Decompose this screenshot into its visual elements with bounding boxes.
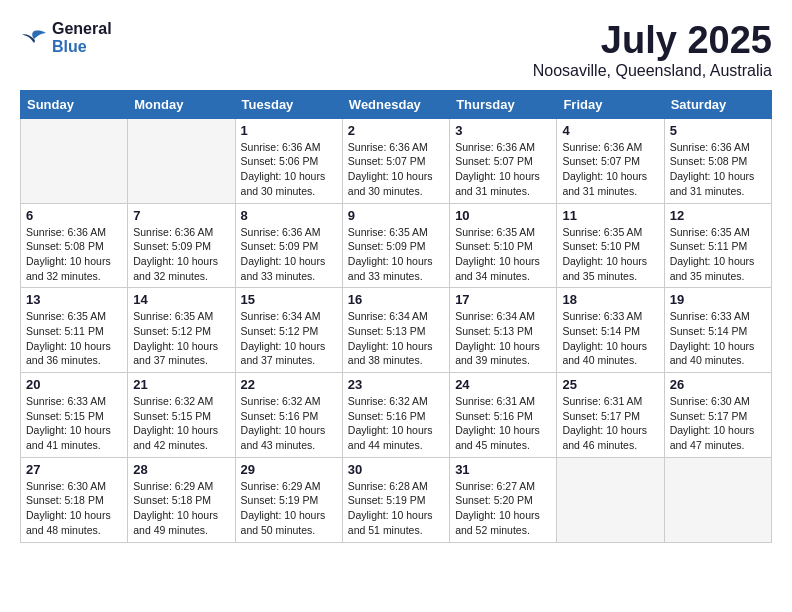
subtitle: Noosaville, Queensland, Australia [533, 62, 772, 80]
day-number: 16 [348, 292, 444, 307]
week-row-5: 27Sunrise: 6:30 AM Sunset: 5:18 PM Dayli… [21, 457, 772, 542]
day-info: Sunrise: 6:34 AM Sunset: 5:13 PM Dayligh… [348, 309, 444, 368]
day-info: Sunrise: 6:36 AM Sunset: 5:08 PM Dayligh… [670, 140, 766, 199]
logo-bird-icon [20, 27, 48, 49]
calendar-cell: 2Sunrise: 6:36 AM Sunset: 5:07 PM Daylig… [342, 118, 449, 203]
calendar-cell: 29Sunrise: 6:29 AM Sunset: 5:19 PM Dayli… [235, 457, 342, 542]
logo: General Blue [20, 20, 112, 55]
calendar-cell: 18Sunrise: 6:33 AM Sunset: 5:14 PM Dayli… [557, 288, 664, 373]
day-number: 15 [241, 292, 337, 307]
calendar-cell: 15Sunrise: 6:34 AM Sunset: 5:12 PM Dayli… [235, 288, 342, 373]
day-number: 24 [455, 377, 551, 392]
calendar-cell: 25Sunrise: 6:31 AM Sunset: 5:17 PM Dayli… [557, 373, 664, 458]
calendar-cell: 16Sunrise: 6:34 AM Sunset: 5:13 PM Dayli… [342, 288, 449, 373]
day-info: Sunrise: 6:36 AM Sunset: 5:07 PM Dayligh… [348, 140, 444, 199]
weekday-header-wednesday: Wednesday [342, 90, 449, 118]
calendar-table: SundayMondayTuesdayWednesdayThursdayFrid… [20, 90, 772, 543]
day-info: Sunrise: 6:36 AM Sunset: 5:09 PM Dayligh… [133, 225, 229, 284]
day-number: 26 [670, 377, 766, 392]
day-number: 10 [455, 208, 551, 223]
day-info: Sunrise: 6:27 AM Sunset: 5:20 PM Dayligh… [455, 479, 551, 538]
title-block: July 2025 Noosaville, Queensland, Austra… [533, 20, 772, 80]
day-info: Sunrise: 6:36 AM Sunset: 5:07 PM Dayligh… [562, 140, 658, 199]
week-row-4: 20Sunrise: 6:33 AM Sunset: 5:15 PM Dayli… [21, 373, 772, 458]
day-info: Sunrise: 6:33 AM Sunset: 5:14 PM Dayligh… [562, 309, 658, 368]
calendar-cell: 26Sunrise: 6:30 AM Sunset: 5:17 PM Dayli… [664, 373, 771, 458]
day-number: 28 [133, 462, 229, 477]
week-row-1: 1Sunrise: 6:36 AM Sunset: 5:06 PM Daylig… [21, 118, 772, 203]
day-number: 3 [455, 123, 551, 138]
day-info: Sunrise: 6:35 AM Sunset: 5:10 PM Dayligh… [455, 225, 551, 284]
calendar-cell: 9Sunrise: 6:35 AM Sunset: 5:09 PM Daylig… [342, 203, 449, 288]
day-info: Sunrise: 6:36 AM Sunset: 5:06 PM Dayligh… [241, 140, 337, 199]
day-info: Sunrise: 6:35 AM Sunset: 5:12 PM Dayligh… [133, 309, 229, 368]
calendar-cell: 10Sunrise: 6:35 AM Sunset: 5:10 PM Dayli… [450, 203, 557, 288]
calendar-cell [128, 118, 235, 203]
day-number: 27 [26, 462, 122, 477]
calendar-cell: 20Sunrise: 6:33 AM Sunset: 5:15 PM Dayli… [21, 373, 128, 458]
calendar-cell: 30Sunrise: 6:28 AM Sunset: 5:19 PM Dayli… [342, 457, 449, 542]
weekday-header-saturday: Saturday [664, 90, 771, 118]
weekday-header-friday: Friday [557, 90, 664, 118]
day-info: Sunrise: 6:35 AM Sunset: 5:11 PM Dayligh… [26, 309, 122, 368]
day-info: Sunrise: 6:33 AM Sunset: 5:14 PM Dayligh… [670, 309, 766, 368]
day-info: Sunrise: 6:32 AM Sunset: 5:15 PM Dayligh… [133, 394, 229, 453]
day-number: 7 [133, 208, 229, 223]
weekday-header-monday: Monday [128, 90, 235, 118]
weekday-header-tuesday: Tuesday [235, 90, 342, 118]
day-info: Sunrise: 6:30 AM Sunset: 5:18 PM Dayligh… [26, 479, 122, 538]
calendar-cell: 6Sunrise: 6:36 AM Sunset: 5:08 PM Daylig… [21, 203, 128, 288]
calendar-cell: 31Sunrise: 6:27 AM Sunset: 5:20 PM Dayli… [450, 457, 557, 542]
weekday-header-sunday: Sunday [21, 90, 128, 118]
calendar-cell: 3Sunrise: 6:36 AM Sunset: 5:07 PM Daylig… [450, 118, 557, 203]
calendar-cell: 11Sunrise: 6:35 AM Sunset: 5:10 PM Dayli… [557, 203, 664, 288]
page-header: General Blue July 2025 Noosaville, Queen… [20, 20, 772, 80]
day-info: Sunrise: 6:33 AM Sunset: 5:15 PM Dayligh… [26, 394, 122, 453]
day-number: 20 [26, 377, 122, 392]
day-number: 19 [670, 292, 766, 307]
day-number: 5 [670, 123, 766, 138]
day-number: 13 [26, 292, 122, 307]
day-number: 1 [241, 123, 337, 138]
day-info: Sunrise: 6:30 AM Sunset: 5:17 PM Dayligh… [670, 394, 766, 453]
week-row-3: 13Sunrise: 6:35 AM Sunset: 5:11 PM Dayli… [21, 288, 772, 373]
day-number: 22 [241, 377, 337, 392]
calendar-cell: 27Sunrise: 6:30 AM Sunset: 5:18 PM Dayli… [21, 457, 128, 542]
calendar-cell: 8Sunrise: 6:36 AM Sunset: 5:09 PM Daylig… [235, 203, 342, 288]
calendar-cell: 12Sunrise: 6:35 AM Sunset: 5:11 PM Dayli… [664, 203, 771, 288]
calendar-cell: 24Sunrise: 6:31 AM Sunset: 5:16 PM Dayli… [450, 373, 557, 458]
calendar-cell: 23Sunrise: 6:32 AM Sunset: 5:16 PM Dayli… [342, 373, 449, 458]
weekday-header-thursday: Thursday [450, 90, 557, 118]
day-info: Sunrise: 6:35 AM Sunset: 5:09 PM Dayligh… [348, 225, 444, 284]
day-info: Sunrise: 6:29 AM Sunset: 5:19 PM Dayligh… [241, 479, 337, 538]
calendar-cell: 4Sunrise: 6:36 AM Sunset: 5:07 PM Daylig… [557, 118, 664, 203]
calendar-cell: 28Sunrise: 6:29 AM Sunset: 5:18 PM Dayli… [128, 457, 235, 542]
calendar-cell: 7Sunrise: 6:36 AM Sunset: 5:09 PM Daylig… [128, 203, 235, 288]
main-title: July 2025 [533, 20, 772, 62]
day-number: 6 [26, 208, 122, 223]
calendar-cell: 1Sunrise: 6:36 AM Sunset: 5:06 PM Daylig… [235, 118, 342, 203]
day-info: Sunrise: 6:34 AM Sunset: 5:12 PM Dayligh… [241, 309, 337, 368]
calendar-cell: 17Sunrise: 6:34 AM Sunset: 5:13 PM Dayli… [450, 288, 557, 373]
calendar-cell [664, 457, 771, 542]
day-info: Sunrise: 6:31 AM Sunset: 5:16 PM Dayligh… [455, 394, 551, 453]
day-number: 18 [562, 292, 658, 307]
day-number: 23 [348, 377, 444, 392]
calendar-cell: 14Sunrise: 6:35 AM Sunset: 5:12 PM Dayli… [128, 288, 235, 373]
day-info: Sunrise: 6:35 AM Sunset: 5:10 PM Dayligh… [562, 225, 658, 284]
calendar-cell [21, 118, 128, 203]
day-info: Sunrise: 6:29 AM Sunset: 5:18 PM Dayligh… [133, 479, 229, 538]
day-number: 14 [133, 292, 229, 307]
day-info: Sunrise: 6:32 AM Sunset: 5:16 PM Dayligh… [348, 394, 444, 453]
week-row-2: 6Sunrise: 6:36 AM Sunset: 5:08 PM Daylig… [21, 203, 772, 288]
day-number: 25 [562, 377, 658, 392]
day-info: Sunrise: 6:32 AM Sunset: 5:16 PM Dayligh… [241, 394, 337, 453]
day-info: Sunrise: 6:36 AM Sunset: 5:08 PM Dayligh… [26, 225, 122, 284]
day-info: Sunrise: 6:36 AM Sunset: 5:09 PM Dayligh… [241, 225, 337, 284]
day-number: 31 [455, 462, 551, 477]
calendar-cell: 13Sunrise: 6:35 AM Sunset: 5:11 PM Dayli… [21, 288, 128, 373]
calendar-cell [557, 457, 664, 542]
calendar-cell: 19Sunrise: 6:33 AM Sunset: 5:14 PM Dayli… [664, 288, 771, 373]
calendar-cell: 22Sunrise: 6:32 AM Sunset: 5:16 PM Dayli… [235, 373, 342, 458]
day-number: 29 [241, 462, 337, 477]
